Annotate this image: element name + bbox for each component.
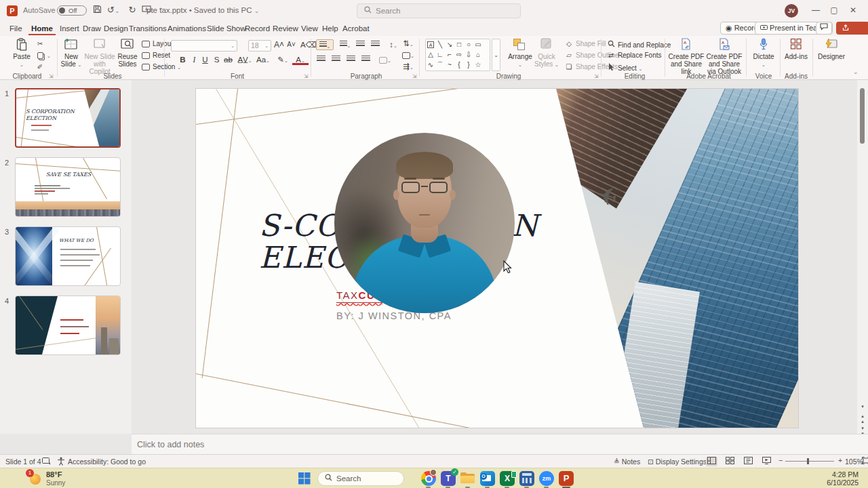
align-left-icon[interactable] [316, 54, 326, 65]
language-icon[interactable] [42, 457, 51, 466]
font-name-select[interactable]: ⌄ [171, 40, 237, 52]
text-highlight-icon[interactable]: ✎⌄ [275, 54, 291, 65]
zoom-slider-handle[interactable] [807, 458, 809, 464]
normal-view-icon[interactable] [706, 457, 717, 466]
find-replace-button[interactable]: Find and Replace [606, 40, 671, 49]
select-button[interactable]: Select ⌄ [606, 63, 642, 72]
tab-file[interactable]: File [7, 23, 25, 34]
scrollbar-thumb[interactable] [860, 88, 865, 144]
zoom-out-icon[interactable]: − [778, 456, 783, 464]
right-arrow-shape-icon[interactable]: ⇨ [454, 49, 464, 60]
powerpoint-app-icon[interactable]: P [7, 5, 18, 16]
minimize-button[interactable]: — [808, 5, 823, 15]
slide-thumbnail-2[interactable]: SAVE SE TAXES [15, 157, 121, 217]
paste-button[interactable]: Paste⌄ [9, 38, 34, 68]
chrome-icon[interactable] [420, 470, 437, 487]
tab-view[interactable]: View [298, 23, 321, 34]
vertical-scrollbar[interactable]: ▾ ▴▴ ▾▾ [857, 80, 868, 434]
line-spacing-icon[interactable]: ↕⌄ [385, 39, 401, 50]
cut-button[interactable]: ✂ [35, 40, 47, 47]
file-explorer-icon[interactable] [460, 470, 476, 487]
scroll-down-icon[interactable]: ▾ [857, 404, 868, 409]
close-button[interactable]: ✕ [846, 5, 861, 15]
bold-icon[interactable]: B [178, 54, 188, 65]
document-title[interactable]: pte tax.pptx • Saved to this PC ⌄ [146, 6, 259, 14]
accessibility-icon[interactable] [57, 457, 65, 467]
drawing-dialog-launcher[interactable]: ⇲ [594, 73, 599, 79]
elbow-arrow-connector-icon[interactable]: ⌐ [445, 49, 454, 60]
dictate-button[interactable]: Dictate⌄ [750, 38, 777, 68]
slide-1[interactable]: ✈ S-CORPORATIONELECTION TAXCUT BY: J WIN… [195, 88, 799, 428]
zoom-icon[interactable]: zm [538, 470, 555, 487]
slide-thumbnail-4[interactable] [15, 296, 121, 355]
increase-font-size-icon[interactable]: A˄ [274, 39, 284, 50]
slide-thumbnail-3[interactable]: WHAT WE DO [15, 226, 121, 286]
paragraph-dialog-launcher[interactable]: ⇲ [412, 73, 417, 79]
previous-slide-icon[interactable]: ▴▴ [857, 413, 868, 424]
tab-record[interactable]: Record [242, 23, 273, 34]
undo-icon[interactable]: ↺⌄ [107, 5, 119, 15]
fit-to-window-icon[interactable] [860, 457, 868, 466]
zoom-slider[interactable] [785, 461, 834, 462]
replace-fonts-button[interactable]: ⇄Replace Fonts [606, 52, 661, 59]
tab-draw[interactable]: Draw [80, 23, 104, 34]
notes-placeholder[interactable]: Click to add notes [137, 440, 204, 449]
justify-icon[interactable] [361, 54, 371, 65]
decrease-font-size-icon[interactable]: A˅ [286, 39, 296, 50]
tab-review[interactable]: Review [270, 23, 301, 34]
align-right-icon[interactable] [346, 54, 356, 65]
tab-help[interactable]: Help [319, 23, 341, 34]
shape-gallery[interactable]: A╲↘□○▭ △∟⌐⇨⇩⌂ ∿⌒~{}☆ [425, 39, 490, 71]
maximize-button[interactable]: ▢ [827, 5, 842, 15]
character-spacing-icon[interactable]: A̲V̲⌄ [237, 54, 253, 65]
strikethrough-icon[interactable]: ab [223, 54, 233, 65]
font-dialog-launcher[interactable]: ⇲ [304, 73, 309, 79]
zoom-in-icon[interactable]: + [838, 456, 842, 464]
smartart-icon[interactable]: ⇶⌄ [400, 61, 416, 72]
oval-shape-icon[interactable]: ○ [464, 39, 473, 49]
triangle-shape-icon[interactable]: △ [426, 49, 435, 60]
weather-condition[interactable]: Sunny [46, 479, 65, 487]
designer-button[interactable]: Designer [815, 38, 848, 60]
tab-home[interactable]: Home [28, 23, 56, 35]
arrange-button[interactable]: Arrange⌄ [506, 38, 534, 68]
arc-shape-icon[interactable]: ⌒ [435, 60, 445, 70]
share-button[interactable]: Share ⌄ [836, 22, 868, 35]
reading-view-icon[interactable] [743, 457, 754, 466]
rectangle-shape-icon[interactable]: □ [454, 39, 464, 49]
star-shape-icon[interactable]: ☆ [473, 60, 483, 70]
tab-acrobat[interactable]: Acrobat [340, 23, 372, 34]
tab-animations[interactable]: Animations [165, 23, 209, 34]
decrease-indent-icon[interactable] [355, 39, 366, 50]
taskbar-clock[interactable]: 4:28 PM 6/10/2025 [827, 470, 859, 487]
arrow-shape-icon[interactable]: ↘ [445, 39, 454, 49]
tab-insert[interactable]: Insert [57, 23, 82, 34]
align-text-icon[interactable]: ⌄ [400, 49, 416, 60]
slide-thumbnail-1[interactable]: ✈ S CORPORATIONELECTION [15, 88, 121, 148]
addins-button[interactable]: Add-ins [781, 38, 811, 60]
reset-button[interactable]: Reset [141, 52, 170, 59]
tab-transitions[interactable]: Transitions [126, 23, 170, 34]
increase-indent-icon[interactable] [370, 39, 380, 50]
excel-icon[interactable]: X [499, 470, 515, 487]
right-brace-shape-icon[interactable]: } [464, 60, 473, 70]
shadow-icon[interactable]: S [212, 54, 222, 65]
font-color-icon[interactable]: A⌄ [292, 54, 309, 65]
weather-temperature[interactable]: 88°F [46, 470, 62, 479]
shape-gallery-more-icon[interactable]: ⌄ [492, 39, 500, 71]
text-box-shape-icon[interactable]: A [426, 39, 435, 49]
clear-formatting-icon[interactable]: A⌫ [300, 39, 311, 50]
font-size-select[interactable]: 18⌄ [248, 40, 271, 52]
avatar[interactable]: JV [785, 4, 798, 18]
numbering-icon[interactable]: ⌄ [337, 39, 353, 50]
text-direction-icon[interactable]: ⇅⌄ [400, 38, 416, 49]
underline-icon[interactable]: U [200, 54, 210, 65]
align-center-icon[interactable] [331, 54, 341, 65]
callout-shape-icon[interactable]: ⌂ [473, 49, 483, 60]
create-pdf-share-link-button[interactable]: A Create PDF and Share link [668, 38, 705, 75]
weather-icon[interactable]: 1 [27, 471, 42, 486]
italic-icon[interactable]: I [189, 54, 199, 65]
notes-toggle[interactable]: ≜ Notes [614, 458, 640, 466]
slideshow-view-icon[interactable] [761, 457, 772, 466]
slide-canvas[interactable]: ✈ S-CORPORATIONELECTION TAXCUT BY: J WIN… [132, 80, 857, 434]
